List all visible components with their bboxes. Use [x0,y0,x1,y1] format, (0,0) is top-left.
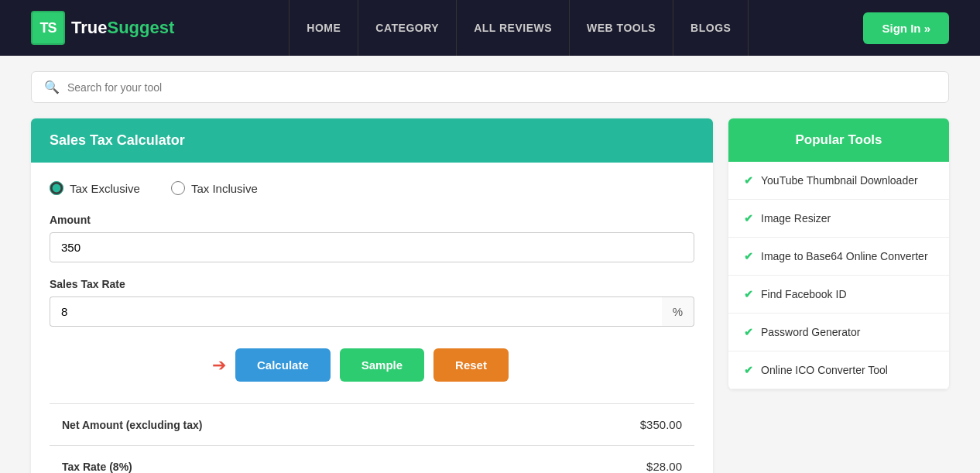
tax-inclusive-label[interactable]: Tax Inclusive [171,181,258,195]
calculator-body: Tax Exclusive Tax Inclusive Amount Sales… [31,163,713,473]
popular-item-3[interactable]: ✔ Find Facebook ID [728,276,949,314]
amount-input[interactable] [50,232,694,262]
calculator-title: Sales Tax Calculator [31,118,713,163]
reset-button[interactable]: Reset [433,348,509,382]
nav-category[interactable]: CATEGORY [358,0,457,56]
tax-rate-input-wrap: % [50,296,694,327]
result-net-value: $350.00 [640,418,682,431]
result-tax-label: Tax Rate (8%) [62,461,132,473]
popular-tools-list: ✔ YouTube Thumbnail Downloader ✔ Image R… [728,162,949,389]
logo-abbr: TS [39,20,56,36]
sample-button[interactable]: Sample [340,348,424,382]
calculator-panel: Sales Tax Calculator Tax Exclusive Tax I… [31,118,713,473]
popular-item-4[interactable]: ✔ Password Generator [728,314,949,351]
main-nav: HOME CATEGORY ALL REVIEWS WEB TOOLS BLOG… [289,0,749,56]
signin-button[interactable]: Sign In » [863,12,949,44]
tax-rate-input[interactable] [50,296,662,327]
tax-rate-label: Sales Tax Rate [50,278,694,290]
amount-group: Amount [50,214,694,262]
amount-label: Amount [50,214,694,226]
popular-item-label-2: Image to Base64 Online Converter [761,250,928,262]
button-group: ➔ Calculate Sample Reset [50,348,694,382]
tax-exclusive-label[interactable]: Tax Exclusive [50,181,140,195]
popular-item-label-5: Online ICO Converter Tool [761,364,888,376]
main-content: 🔍 Sales Tax Calculator Tax Exclusive Tax… [0,56,980,473]
search-input[interactable] [67,81,936,94]
popular-tools-panel: Popular Tools ✔ YouTube Thumbnail Downlo… [728,118,949,389]
result-row-net: Net Amount (excluding tax) $350.00 [50,404,694,446]
layout: Sales Tax Calculator Tax Exclusive Tax I… [31,118,949,473]
nav-home[interactable]: HOME [289,0,358,56]
results-table: Net Amount (excluding tax) $350.00 Tax R… [50,403,694,473]
tax-type-group: Tax Exclusive Tax Inclusive [50,181,694,195]
popular-item-1[interactable]: ✔ Image Resizer [728,200,949,238]
tax-rate-group: Sales Tax Rate % [50,278,694,327]
popular-tools-title: Popular Tools [728,118,949,162]
header: TS TrueSuggest HOME CATEGORY ALL REVIEWS… [0,0,980,56]
logo-area: TS TrueSuggest [31,11,174,45]
arrow-indicator: ➔ [212,355,226,375]
check-icon-0: ✔ [744,174,753,187]
search-bar: 🔍 [31,71,949,103]
result-row-tax: Tax Rate (8%) $28.00 [50,446,694,473]
check-icon-1: ✔ [744,212,753,225]
popular-item-label-0: YouTube Thumbnail Downloader [761,174,918,187]
popular-item-0[interactable]: ✔ YouTube Thumbnail Downloader [728,162,949,200]
check-icon-3: ✔ [744,288,753,300]
tax-inclusive-radio[interactable] [171,181,185,195]
logo-text: TrueSuggest [71,18,174,38]
popular-item-2[interactable]: ✔ Image to Base64 Online Converter [728,238,949,276]
tax-rate-suffix: % [662,296,694,327]
check-icon-5: ✔ [744,364,753,376]
popular-item-5[interactable]: ✔ Online ICO Converter Tool [728,351,949,389]
nav-web-tools[interactable]: WEB TOOLS [570,0,673,56]
check-icon-2: ✔ [744,250,753,262]
check-icon-4: ✔ [744,326,753,338]
popular-item-label-1: Image Resizer [761,212,831,225]
search-icon: 🔍 [44,80,60,94]
result-tax-value: $28.00 [646,460,682,473]
popular-item-label-3: Find Facebook ID [761,288,847,300]
nav-all-reviews[interactable]: ALL REVIEWS [457,0,570,56]
nav-blogs[interactable]: BLOGS [673,0,749,56]
calculate-button[interactable]: Calculate [235,348,331,382]
result-net-label: Net Amount (excluding tax) [62,419,203,431]
tax-exclusive-radio[interactable] [50,181,63,195]
logo-box: TS [31,11,65,45]
popular-item-label-4: Password Generator [761,326,860,338]
